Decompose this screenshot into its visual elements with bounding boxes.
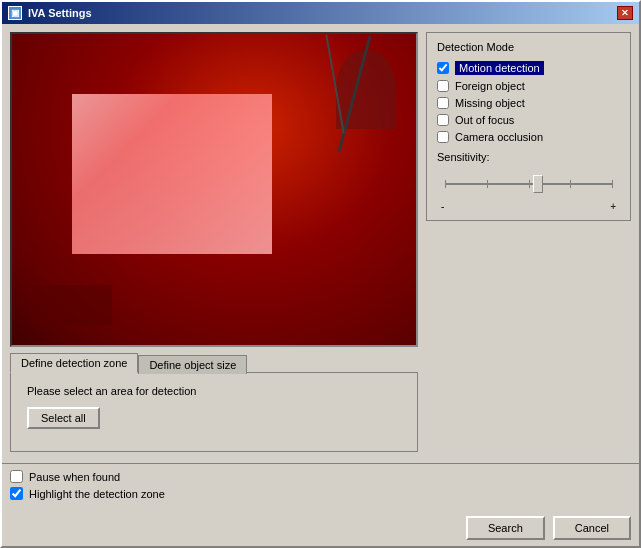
- slider-labels: - +: [437, 201, 620, 212]
- option-occlusion: Camera occlusion: [437, 131, 620, 143]
- tick1: [487, 180, 488, 188]
- slider-min: -: [441, 201, 444, 212]
- checkbox-focus[interactable]: [437, 114, 449, 126]
- sensitivity-section: Sensitivity: -: [437, 151, 620, 212]
- tab-instruction: Please select an area for detection: [27, 385, 401, 397]
- detection-mode-label: Detection Mode: [437, 41, 620, 53]
- tick0: [445, 180, 446, 188]
- camera-view: [10, 32, 418, 347]
- checkbox-foreign[interactable]: [437, 80, 449, 92]
- option-foreign: Foreign object: [437, 80, 620, 92]
- camera-object1: [336, 49, 396, 129]
- label-pause: Pause when found: [29, 471, 120, 483]
- highlight-row: Highlight the detection zone: [10, 487, 631, 500]
- option-motion: Motion detection: [437, 61, 620, 75]
- cancel-button[interactable]: Cancel: [553, 516, 631, 540]
- checkbox-pause[interactable]: [10, 470, 23, 483]
- sensitivity-label: Sensitivity:: [437, 151, 620, 163]
- option-missing: Missing object: [437, 97, 620, 109]
- checkbox-motion[interactable]: [437, 62, 449, 74]
- window-content: Define detection zone Define object size…: [2, 24, 639, 463]
- window-title: IVA Settings: [28, 7, 92, 19]
- label-foreign: Foreign object: [455, 80, 525, 92]
- tab-bar: Define detection zone Define object size: [10, 353, 418, 372]
- tick2: [529, 180, 530, 188]
- checkbox-highlight[interactable]: [10, 487, 23, 500]
- title-bar: ▣ IVA Settings ✕: [2, 2, 639, 24]
- tab-define-size[interactable]: Define object size: [138, 355, 247, 374]
- detection-mode-group: Detection Mode Motion detection Foreign …: [426, 32, 631, 221]
- slider-max: +: [610, 201, 616, 212]
- search-button[interactable]: Search: [466, 516, 545, 540]
- tabs-panel: Define detection zone Define object size…: [10, 353, 418, 452]
- label-motion: Motion detection: [455, 61, 544, 75]
- option-focus: Out of focus: [437, 114, 620, 126]
- label-missing: Missing object: [455, 97, 525, 109]
- checkbox-occlusion[interactable]: [437, 131, 449, 143]
- tick4: [612, 180, 613, 188]
- tab-define-zone[interactable]: Define detection zone: [10, 353, 138, 373]
- window-icon: ▣: [8, 6, 22, 20]
- tick3: [570, 180, 571, 188]
- camera-screen: [72, 94, 272, 254]
- label-highlight: Highlight the detection zone: [29, 488, 165, 500]
- label-occlusion: Camera occlusion: [455, 131, 543, 143]
- select-all-button[interactable]: Select all: [27, 407, 100, 429]
- bottom-buttons: Search Cancel: [2, 510, 639, 546]
- bottom-section: Pause when found Highlight the detection…: [2, 463, 639, 510]
- right-panel: Detection Mode Motion detection Foreign …: [426, 32, 631, 455]
- camera-object2: [32, 285, 112, 325]
- tab-content: Please select an area for detection Sele…: [10, 372, 418, 452]
- label-focus: Out of focus: [455, 114, 514, 126]
- slider-container: [437, 169, 620, 199]
- slider-thumb[interactable]: [533, 175, 543, 193]
- checkbox-missing[interactable]: [437, 97, 449, 109]
- pause-row: Pause when found: [10, 470, 631, 483]
- slider-track: [445, 183, 612, 185]
- left-panel: Define detection zone Define object size…: [10, 32, 418, 455]
- main-window: ▣ IVA Settings ✕ Define detection zone: [0, 0, 641, 548]
- close-button[interactable]: ✕: [617, 6, 633, 20]
